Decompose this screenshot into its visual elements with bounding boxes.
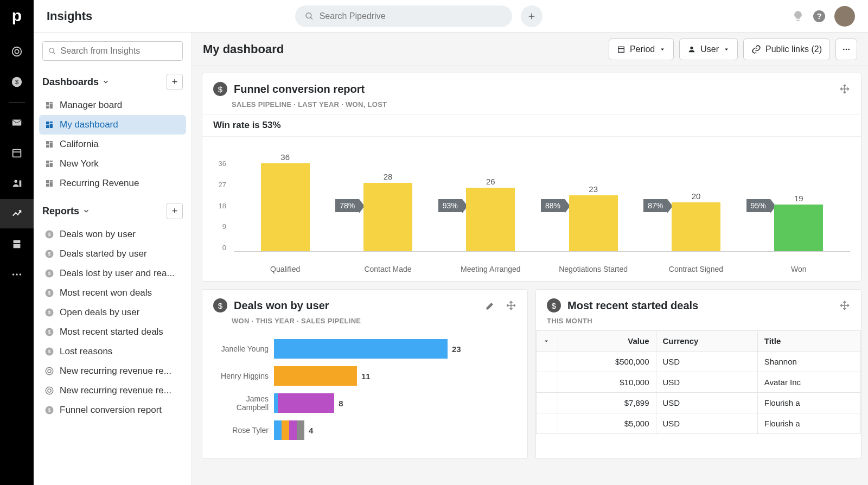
- add-report-button[interactable]: +: [167, 203, 183, 219]
- calendar-icon[interactable]: [0, 138, 34, 168]
- sidebar-report-item[interactable]: $Most recent won deals: [39, 283, 186, 303]
- mail-icon[interactable]: [0, 108, 34, 137]
- sidebar-report-item[interactable]: $Deals started by user: [39, 244, 186, 264]
- hbar-row[interactable]: James Campbell8: [213, 393, 516, 413]
- hbar-row[interactable]: Henry Higgins11: [213, 366, 516, 386]
- x-tick: Meeting Arranged: [439, 261, 542, 273]
- tips-icon[interactable]: [792, 10, 804, 22]
- global-search-input[interactable]: [320, 11, 502, 21]
- svg-text:$: $: [48, 310, 50, 315]
- public-links-button[interactable]: Public links (2): [743, 39, 830, 60]
- chevron-down-icon: [659, 46, 666, 53]
- funnel-bar-slot[interactable]: 93%28: [336, 159, 439, 251]
- cell-value: $500,000: [558, 352, 656, 372]
- global-search[interactable]: [295, 5, 512, 27]
- move-handle[interactable]: [839, 84, 850, 94]
- svg-rect-61: [618, 47, 624, 52]
- products-icon[interactable]: [0, 229, 34, 259]
- table-row[interactable]: $500,000USDShannon: [537, 352, 861, 372]
- pipedrive-logo[interactable]: p: [12, 7, 22, 25]
- sidebar-dashboard-item[interactable]: New York: [39, 154, 186, 174]
- col-title[interactable]: Title: [757, 331, 860, 352]
- more-actions-button[interactable]: [835, 39, 857, 60]
- cell-value: $7,899: [558, 393, 656, 413]
- add-button[interactable]: [521, 5, 542, 27]
- svg-rect-4: [12, 120, 22, 126]
- svg-rect-27: [46, 122, 49, 124]
- col-value[interactable]: Value: [558, 331, 656, 352]
- hbar-row[interactable]: Rose Tyler4: [213, 420, 516, 440]
- contacts-icon[interactable]: [0, 169, 34, 198]
- sidebar-report-item[interactable]: New recurring revenue re...: [39, 361, 186, 381]
- sidebar-dashboard-item[interactable]: My dashboard: [39, 115, 186, 135]
- move-handle[interactable]: [506, 300, 516, 311]
- cell-value: $10,000: [558, 372, 656, 393]
- winrate-text: Win rate is 53%: [202, 114, 861, 137]
- report-icon: [44, 386, 54, 395]
- sidebar-report-item[interactable]: $Funnel conversion report: [39, 400, 186, 420]
- move-handle[interactable]: [839, 300, 850, 311]
- cell-title: Shannon: [757, 352, 860, 372]
- sort-column[interactable]: [537, 331, 558, 352]
- search-icon: [48, 47, 56, 55]
- x-tick: Won: [748, 261, 850, 273]
- funnel-bar: 28: [363, 183, 412, 251]
- reports-label: Reports: [42, 206, 79, 217]
- recent-meta: THIS MONTH: [536, 317, 861, 330]
- user-filter-button[interactable]: User: [679, 39, 738, 60]
- dashboards-section-toggle[interactable]: Dashboards: [42, 76, 110, 88]
- sidebar-search[interactable]: [42, 41, 183, 61]
- topbar: Insights ?: [34, 0, 868, 33]
- table-row[interactable]: $7,899USDFlourish a: [537, 393, 861, 413]
- sidebar-search-input[interactable]: [60, 46, 177, 56]
- funnel-bar: 19: [774, 205, 823, 251]
- dollar-icon: $: [213, 298, 227, 312]
- user-avatar[interactable]: [834, 6, 855, 27]
- insights-icon[interactable]: [0, 199, 34, 228]
- sidebar-report-item[interactable]: $Open deals by user: [39, 303, 186, 322]
- funnel-bar-slot[interactable]: 78%36: [234, 159, 336, 251]
- sidebar-report-item[interactable]: New recurring revenue re...: [39, 381, 186, 400]
- sidebar-report-item[interactable]: $Deals lost by user and rea...: [39, 264, 186, 283]
- period-filter-button[interactable]: Period: [609, 39, 674, 60]
- help-icon[interactable]: ?: [813, 10, 826, 23]
- svg-line-22: [53, 52, 55, 54]
- report-icon: $: [44, 229, 54, 239]
- sidebar-report-item[interactable]: $Lost reasons: [39, 342, 186, 361]
- recent-title: Most recent started deals: [567, 299, 698, 312]
- hbar-track: 8: [274, 393, 516, 413]
- chevron-down-icon: [82, 207, 90, 215]
- svg-text:$: $: [48, 251, 50, 257]
- pencil-icon: [485, 300, 496, 311]
- svg-rect-38: [46, 164, 49, 167]
- table-row[interactable]: $5,000USDFlourish a: [537, 413, 861, 434]
- sidebar-report-item[interactable]: $Most recent started deals: [39, 322, 186, 342]
- hbar-row[interactable]: Janelle Young23: [213, 339, 516, 359]
- svg-marker-69: [545, 340, 548, 342]
- dashboard-icon: [44, 120, 54, 129]
- bar-value-label: 36: [261, 152, 310, 162]
- sidebar-report-item[interactable]: $Deals won by user: [39, 225, 186, 244]
- deals-icon[interactable]: $: [0, 67, 34, 97]
- funnel-bar-slot[interactable]: 88%26: [439, 159, 542, 251]
- sidebar-dashboard-item[interactable]: California: [39, 135, 186, 154]
- add-dashboard-button[interactable]: +: [167, 74, 183, 90]
- bar-value-label: 26: [466, 177, 515, 186]
- resize-handle[interactable]: ⋰: [853, 273, 859, 279]
- col-currency[interactable]: Currency: [656, 331, 757, 352]
- more-icon[interactable]: [0, 260, 34, 289]
- hbar-value: 8: [339, 399, 343, 408]
- target-icon[interactable]: [0, 37, 34, 66]
- reports-section-toggle[interactable]: Reports: [42, 206, 90, 217]
- edit-button[interactable]: [485, 300, 496, 311]
- sidebar-item-label: Deals lost by user and rea...: [60, 268, 175, 279]
- svg-rect-8: [20, 181, 22, 187]
- svg-rect-23: [46, 102, 49, 105]
- funnel-bar-slot[interactable]: 87%23: [542, 159, 644, 251]
- sidebar-item-label: My dashboard: [60, 119, 118, 130]
- table-row[interactable]: $10,000USDAvatar Inc: [537, 372, 861, 393]
- sidebar-dashboard-item[interactable]: Manager board: [39, 95, 186, 115]
- sidebar-dashboard-item[interactable]: Recurring Revenue: [39, 174, 186, 193]
- funnel-bar-slot[interactable]: 19: [748, 159, 850, 251]
- funnel-bar-slot[interactable]: 95%20: [644, 159, 747, 251]
